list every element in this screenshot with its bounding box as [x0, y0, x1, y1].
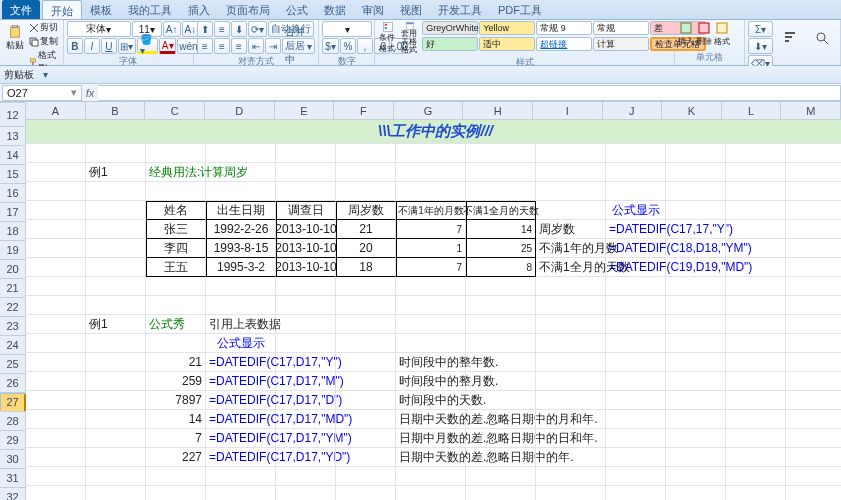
cell-F17[interactable]: 21 — [336, 220, 396, 239]
cell-H20[interactable] — [466, 277, 536, 296]
cell-J22[interactable] — [606, 315, 666, 334]
cell-A29[interactable] — [26, 448, 86, 467]
align-center-button[interactable]: ≡ — [214, 38, 230, 54]
cell-F30[interactable] — [336, 467, 396, 486]
cell-A28[interactable] — [26, 429, 86, 448]
cell-M13[interactable] — [786, 144, 841, 163]
cell-A25[interactable] — [26, 372, 86, 391]
align-right-button[interactable]: ≡ — [231, 38, 247, 54]
cell-C17[interactable]: 张三 — [146, 220, 206, 239]
cell-K29[interactable] — [666, 448, 726, 467]
cell-J28[interactable] — [606, 429, 666, 448]
col-header-C[interactable]: C — [145, 102, 205, 120]
tab-dev[interactable]: 开发工具 — [430, 0, 490, 19]
cell-E28[interactable] — [276, 429, 336, 448]
cell-G28[interactable]: 日期中月数的差.忽略日期中的日和年. — [396, 429, 466, 448]
row-header-30[interactable]: 30 — [0, 450, 26, 469]
row-header-31[interactable]: 31 — [0, 469, 26, 488]
cell-G26[interactable]: 时间段中的天数. — [396, 391, 466, 410]
cell-K28[interactable] — [666, 429, 726, 448]
cell-G15[interactable] — [396, 182, 466, 201]
cell-J18[interactable]: =DATEDIF(C18,D18,"YM") — [606, 239, 666, 258]
cell-M31[interactable] — [786, 486, 841, 500]
cell-I21[interactable] — [536, 296, 606, 315]
cell-F25[interactable] — [336, 372, 396, 391]
find-select-button[interactable] — [807, 21, 837, 55]
cell-A15[interactable] — [26, 182, 86, 201]
cell-A21[interactable] — [26, 296, 86, 315]
style-yellow[interactable]: Yellow — [479, 21, 535, 35]
cell-B30[interactable] — [86, 467, 146, 486]
cell-F14[interactable] — [336, 163, 396, 182]
cell-M18[interactable] — [786, 239, 841, 258]
cell-I26[interactable] — [536, 391, 606, 410]
cell-C16[interactable]: 姓名 — [146, 201, 206, 220]
cell-L13[interactable] — [726, 144, 786, 163]
col-header-I[interactable]: I — [533, 102, 603, 120]
cell-B21[interactable] — [86, 296, 146, 315]
cell-H23[interactable] — [466, 334, 536, 353]
cell-A13[interactable] — [26, 144, 86, 163]
cell-I13[interactable] — [536, 144, 606, 163]
cell-G27[interactable]: 日期中天数的差.忽略日期中的月和年. — [396, 410, 466, 429]
cell-D23[interactable]: 公式显示 — [206, 334, 276, 353]
cell-L23[interactable] — [726, 334, 786, 353]
style-calc[interactable]: 计算 — [593, 37, 649, 51]
cell-L28[interactable] — [726, 429, 786, 448]
cell-F27[interactable] — [336, 410, 396, 429]
cell-L26[interactable] — [726, 391, 786, 410]
row-header-15[interactable]: 15 — [0, 165, 26, 184]
cell-A19[interactable] — [26, 258, 86, 277]
cell-D28[interactable]: =DATEDIF(C17,D17,"YM") — [206, 429, 276, 448]
cell-A26[interactable] — [26, 391, 86, 410]
underline-button[interactable]: U — [101, 38, 117, 54]
cell-F21[interactable] — [336, 296, 396, 315]
cell-C26[interactable]: 7897 — [146, 391, 206, 410]
cell-I14[interactable] — [536, 163, 606, 182]
cell-B13[interactable] — [86, 144, 146, 163]
cell-G25[interactable]: 时间段中的整月数. — [396, 372, 466, 391]
col-header-J[interactable]: J — [603, 102, 663, 120]
sort-filter-button[interactable] — [775, 21, 805, 55]
font-name-select[interactable]: 宋体 ▾ — [67, 21, 131, 37]
row-header-21[interactable]: 21 — [0, 279, 26, 298]
style-normal9[interactable]: 常规 9 — [536, 21, 592, 35]
tab-data[interactable]: 数据 — [316, 0, 354, 19]
style-mid[interactable]: 适中 — [479, 37, 535, 51]
cell-M20[interactable] — [786, 277, 841, 296]
cell-A18[interactable] — [26, 239, 86, 258]
cell-B22[interactable]: 例1 — [86, 315, 146, 334]
tab-file[interactable]: 文件 — [2, 0, 40, 19]
cell-M22[interactable] — [786, 315, 841, 334]
insert-cell-button[interactable]: 插入 — [678, 21, 694, 47]
cell-C24[interactable]: 21 — [146, 353, 206, 372]
font-color-button[interactable]: A▾ — [159, 38, 176, 54]
cell-J16[interactable]: 公式显示 — [606, 201, 666, 220]
cell-A14[interactable] — [26, 163, 86, 182]
cell-C27[interactable]: 14 — [146, 410, 206, 429]
cell-M30[interactable] — [786, 467, 841, 486]
col-header-K[interactable]: K — [662, 102, 722, 120]
paste-button[interactable]: 粘贴 — [3, 21, 27, 55]
cell-J14[interactable] — [606, 163, 666, 182]
align-top-button[interactable]: ⬆ — [197, 21, 213, 37]
qbar-expand[interactable]: ▾ — [37, 68, 53, 82]
cell-H29[interactable] — [466, 448, 536, 467]
cell-L15[interactable] — [726, 182, 786, 201]
col-header-E[interactable]: E — [275, 102, 335, 120]
cell-I25[interactable] — [536, 372, 606, 391]
cell-K15[interactable] — [666, 182, 726, 201]
style-grey[interactable]: GreyOrWhite — [422, 21, 478, 35]
banner-cell[interactable]: \\\工作中的实例/// — [26, 120, 841, 144]
name-box[interactable]: O27▾ — [2, 85, 82, 101]
cell-H24[interactable] — [466, 353, 536, 372]
cell-C18[interactable]: 李四 — [146, 239, 206, 258]
cell-C30[interactable] — [146, 467, 206, 486]
cell-K19[interactable] — [666, 258, 726, 277]
cell-D13[interactable] — [206, 144, 276, 163]
cell-M16[interactable] — [786, 201, 841, 220]
cell-F23[interactable] — [336, 334, 396, 353]
col-header-G[interactable]: G — [394, 102, 464, 120]
cell-H13[interactable] — [466, 144, 536, 163]
cell-I20[interactable] — [536, 277, 606, 296]
